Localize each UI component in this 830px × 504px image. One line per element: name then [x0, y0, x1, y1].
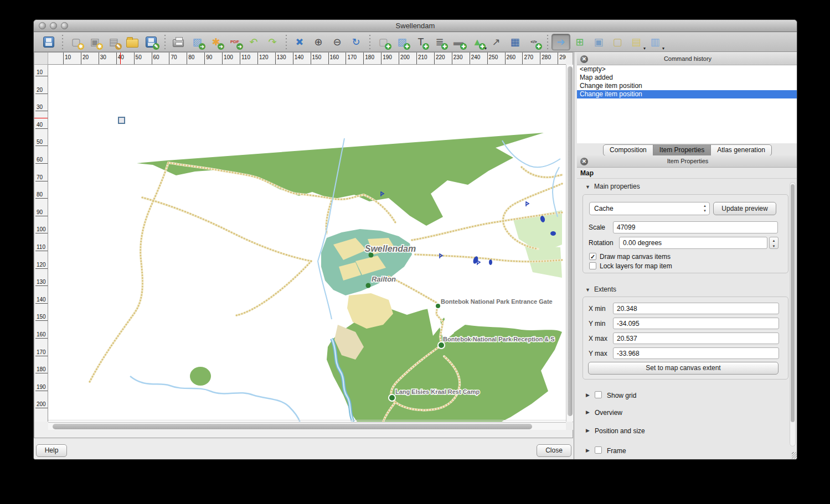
print-icon[interactable] [169, 34, 188, 50]
ruler-tick: 230 [452, 53, 452, 65]
scale-label: Scale [589, 224, 605, 231]
ruler-tick: 90 [35, 209, 48, 216]
right-dock-area: ✕ Command history <empty>Map addedChange… [574, 52, 797, 460]
ruler-tick: 280 [540, 53, 540, 65]
extents-header: Extents [594, 285, 616, 293]
horizontal-ruler: 1020304050607080901001101201301401501601… [48, 53, 566, 65]
command-history-item[interactable]: Change item position [577, 82, 797, 90]
save-template-icon[interactable]: ✎ [142, 34, 161, 50]
canvas-vertical-scrollbar[interactable] [566, 65, 573, 422]
checkbox[interactable]: ✓ [589, 253, 596, 260]
composer-window: Swellendam ▢✱▣✱▤✎✎▨➔✱➔PDF➔↶↷✚⊕⊖↻▢✚▨✚T✚≣✚… [33, 19, 797, 460]
title-bar[interactable]: Swellendam [34, 20, 797, 32]
new-composition-icon[interactable]: ▢✱ [66, 34, 85, 50]
poi-dot [438, 342, 445, 349]
add-arrow-icon[interactable]: ↗ [487, 34, 506, 50]
collapse-arrow-icon[interactable]: ▼ [585, 287, 590, 293]
command-history-item[interactable]: <empty> [577, 65, 797, 74]
update-preview-button[interactable]: Update preview [713, 202, 776, 215]
group-items-icon[interactable]: ▣ [589, 34, 608, 50]
help-button[interactable]: Help [36, 444, 67, 457]
add-image-icon[interactable]: ▨✚ [393, 34, 411, 50]
ruler-tick: 120 [35, 261, 48, 269]
scale-input[interactable]: 47099 [613, 221, 778, 233]
checkbox[interactable] [595, 446, 602, 454]
expand-arrow-icon[interactable]: ▶ [586, 448, 590, 453]
ruler-tick: 210 [416, 53, 417, 65]
ruler-tick: 60 [152, 53, 152, 65]
load-template-icon[interactable] [123, 34, 142, 50]
checkbox[interactable] [595, 391, 602, 398]
command-history-item[interactable]: Change item position [577, 90, 797, 98]
map-item[interactable]: SwellendamRailtonBontebok National Park … [48, 65, 566, 422]
ruler-tick: 110 [240, 53, 240, 65]
ruler-tick: 50 [134, 53, 135, 65]
composition-canvas[interactable]: SwellendamRailtonBontebok National Park … [48, 65, 566, 422]
toolbar-separator [367, 35, 373, 49]
scrollbar-corner [566, 422, 573, 430]
command-history-item[interactable]: Map added [577, 74, 797, 82]
add-scalebar-icon[interactable]: ▬✚ [449, 34, 468, 50]
move-item-content-icon[interactable]: ⊞ [570, 34, 589, 50]
zoom-in-icon[interactable]: ⊕ [309, 34, 328, 50]
add-attribute-table-icon[interactable]: ▦ [506, 34, 524, 50]
checkbox-label: Draw map canvas items [600, 253, 671, 261]
redo-icon[interactable]: ↷ [263, 34, 282, 50]
collapse-arrow-icon[interactable]: ▼ [585, 184, 590, 190]
align-items-icon[interactable]: ▥▾ [646, 34, 664, 50]
ruler-tick: 270 [522, 53, 523, 65]
expand-arrow-icon[interactable]: ▶ [586, 409, 590, 415]
zoom-full-icon[interactable]: ✚ [290, 34, 309, 50]
checkbox[interactable] [589, 262, 596, 269]
save-composition-icon[interactable] [39, 34, 58, 50]
set-to-map-canvas-extent-button[interactable]: Set to map canvas extent [588, 362, 779, 375]
duplicate-composition-icon[interactable]: ▣✱ [85, 34, 104, 50]
resize-grip[interactable] [792, 452, 797, 459]
export-svg-icon[interactable]: ✱➔ [207, 34, 225, 50]
zoom-out-icon[interactable]: ⊖ [328, 34, 347, 50]
x-min-input[interactable]: 20.348 [613, 303, 779, 314]
x-max-input[interactable]: 20.537 [613, 332, 779, 344]
tab-item-properties[interactable]: Item Properties [653, 144, 711, 156]
ruler-tick: 260 [505, 53, 506, 65]
add-legend-icon[interactable]: ≣✚ [430, 34, 449, 50]
new-composer-item[interactable] [118, 117, 125, 124]
ruler-tick: 20 [35, 86, 48, 94]
rotation-spinner[interactable]: ▲▼ [769, 237, 779, 249]
export-pdf-icon[interactable]: PDF➔ [225, 34, 244, 50]
cache-dropdown[interactable]: Cache ▲▼ [589, 202, 710, 215]
ruler-tick: 220 [434, 53, 435, 65]
refresh-icon[interactable]: ↻ [347, 34, 365, 50]
y-min-input[interactable]: -34.095 [613, 318, 779, 329]
composer-manager-icon[interactable]: ▤✎ [104, 34, 123, 50]
select-move-item-icon[interactable]: ➔ [551, 34, 570, 50]
panel-scrollbar[interactable] [790, 182, 796, 446]
command-history-title: Command history [577, 55, 797, 62]
canvas-horizontal-scrollbar[interactable] [48, 422, 566, 430]
expand-arrow-icon[interactable]: ▶ [586, 392, 590, 398]
raise-lower-items-icon[interactable]: ▤▾ [627, 34, 646, 50]
add-html-icon[interactable]: </>✚ [524, 34, 543, 50]
tab-composition[interactable]: Composition [603, 144, 653, 156]
command-history-list[interactable]: <empty>Map addedChange item positionChan… [577, 65, 797, 143]
export-image-icon[interactable]: ▨➔ [188, 34, 207, 50]
section-show-grid: Show grid [607, 392, 636, 399]
undo-icon[interactable]: ↶ [244, 34, 263, 50]
tab-atlas-generation[interactable]: Atlas generation [710, 144, 772, 156]
toolbar-separator [544, 35, 550, 49]
item-properties-dock-titlebar: ✕ Item Properties [577, 155, 797, 168]
add-label-icon[interactable]: T✚ [411, 34, 430, 50]
ruler-tick: 70 [35, 174, 48, 181]
command-history-dock-titlebar: ✕ Command history [577, 53, 797, 65]
add-map-icon[interactable]: ▢✚ [374, 34, 393, 50]
ungroup-items-icon[interactable]: ▢ [608, 34, 627, 50]
ruler-tick: 130 [35, 278, 48, 286]
add-shape-icon[interactable]: ▲✚▾ [468, 34, 487, 50]
rotation-input[interactable]: 0.00 degrees [619, 237, 767, 249]
map-place-label: Railton [372, 275, 396, 283]
item-properties-content: ▼ Main properties Cache ▲▼ Update previe… [577, 179, 797, 460]
close-button[interactable]: Close [537, 444, 571, 457]
expand-arrow-icon[interactable]: ▶ [586, 428, 590, 433]
y-max-input[interactable]: -33.968 [613, 347, 779, 359]
footer-bar: Help Close [34, 439, 574, 460]
